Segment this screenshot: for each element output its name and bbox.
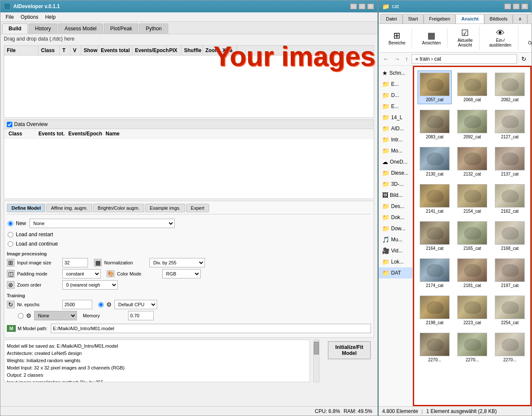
file-item-2132_cat[interactable]: 2132_cat (455, 145, 489, 179)
file-item-2057_cat[interactable]: 2057_cat (418, 70, 452, 104)
tab-history[interactable]: History (29, 23, 57, 34)
menu-options[interactable]: Options (17, 13, 41, 21)
sidebar-item-schnell[interactable]: ★ Schn... (379, 67, 412, 79)
file-item-2154_cat[interactable]: 2154_cat (455, 182, 489, 216)
model-tab-example[interactable]: Example imgs. (145, 204, 185, 212)
sidebar-item-bild[interactable]: 🖼 Bild... (379, 190, 412, 201)
ribbon-btn-aktuelle[interactable]: ☑ AktuelleAnsicht (454, 26, 476, 50)
ribbon-btn-bereiche[interactable]: ⊞ Bereiche (386, 29, 408, 47)
file-item-2270...[interactable]: 2270... (455, 331, 489, 364)
none-select[interactable]: None (34, 311, 77, 320)
menu-file[interactable]: File (2, 13, 17, 21)
menu-help[interactable]: Help (42, 13, 59, 21)
file-item-2127_cat[interactable]: 2127_cat (493, 108, 527, 141)
file-item-2130_cat[interactable]: 2130_cat (418, 145, 452, 179)
sidebar-item-oned[interactable]: ☁ OneD... (379, 156, 412, 167)
cat-maximize-button[interactable]: □ (513, 3, 520, 9)
radio-new[interactable] (8, 221, 13, 226)
sidebar-item-dok[interactable]: 📁 Dok... (379, 212, 412, 223)
sidebar-item-3d[interactable]: 📁 3D-... (379, 179, 412, 190)
dragdrop-area[interactable]: Drag and drop data (.rtdc) here (0, 34, 377, 44)
model-tab-brightn[interactable]: Brightn/Color augm. (93, 204, 144, 212)
file-item-2141_cat[interactable]: 2141_cat (418, 182, 452, 216)
ribbon-btn-optionen[interactable]: ⚙ Optionen (525, 29, 532, 47)
tab-plot-peak[interactable]: Plot/Peak (104, 23, 138, 34)
cat-close-button[interactable]: ✕ (521, 3, 528, 9)
tab-python[interactable]: Python (139, 23, 168, 34)
input-size-value[interactable] (62, 258, 88, 267)
sidebar-item-dat[interactable]: 📁 DAT (379, 267, 412, 278)
model-path-input[interactable] (51, 324, 371, 333)
file-item-2164_cat[interactable]: 2164_cat (418, 219, 452, 253)
file-item-2092_cat[interactable]: 2092_cat (455, 108, 489, 141)
file-item-2198_cat[interactable]: 2198_cat (418, 293, 452, 327)
ribbon-tab-datei[interactable]: Datei (380, 14, 403, 23)
minimize-button[interactable]: ─ (350, 3, 357, 9)
ribbon-tab-start[interactable]: Start (403, 14, 424, 23)
cat-minimize-button[interactable]: ─ (504, 3, 511, 9)
maximize-button[interactable]: □ (359, 3, 365, 9)
summary-scrollbar[interactable] (313, 340, 319, 382)
ribbon-tab-ansicht[interactable]: Ansicht (456, 14, 484, 23)
new-model-select[interactable]: None (29, 219, 175, 228)
initialize-fit-button[interactable]: Initialize/FitModel (328, 341, 371, 359)
sidebar-item-lok[interactable]: 📁 Lok... (379, 256, 412, 267)
file-item-2168_cat[interactable]: 2168_cat (493, 219, 527, 253)
address-path[interactable]: « train › cat (412, 54, 517, 64)
ribbon-help-btn[interactable]: ? (527, 14, 532, 23)
model-tab-affine[interactable]: Affine img. augm. (46, 204, 92, 212)
sidebar-item-3[interactable]: 📁 E... (379, 101, 412, 112)
file-item-2162_cat[interactable]: 2162_cat (493, 182, 527, 216)
radio-memory[interactable] (18, 313, 23, 319)
radio-restart[interactable] (8, 232, 13, 237)
sidebar-item-1[interactable]: 📁 E... (379, 79, 412, 90)
file-item-2165_cat[interactable]: 2165_cat (455, 219, 489, 253)
sidebar-item-dow[interactable]: 📁 Dow... (379, 223, 412, 234)
file-item-2082_cat[interactable]: 2082_cat (493, 70, 527, 104)
file-item-2083_cat[interactable]: 2083_cat (418, 108, 452, 141)
tab-build[interactable]: Build (2, 23, 28, 34)
ribbon-collapse-btn[interactable]: ∧ (513, 14, 527, 23)
tab-assess-model[interactable]: Assess Model (58, 23, 103, 34)
back-button[interactable]: ← (381, 55, 391, 63)
model-tab-define[interactable]: Define Model (7, 204, 45, 212)
file-item-2270...[interactable]: 2270... (493, 331, 527, 364)
color-mode-select[interactable]: RGB (162, 269, 201, 278)
file-item-2174_cat[interactable]: 2174_cat (418, 256, 452, 290)
sidebar-item-diese[interactable]: 📁 Diese... (379, 167, 412, 179)
up-button[interactable]: ↑ (403, 55, 410, 63)
file-item-2197_cat[interactable]: 2197_cat (493, 256, 527, 290)
padding-mode-select[interactable]: constant (62, 269, 101, 278)
forward-button[interactable]: → (392, 55, 402, 63)
data-overview-checkbox[interactable] (7, 122, 12, 127)
file-item-2254_cat[interactable]: 2254_cat (493, 293, 527, 327)
ribbon-tab-bildtools[interactable]: Bildtools (484, 14, 513, 23)
sidebar-item-des[interactable]: 📁 Des... (379, 201, 412, 212)
memory-input[interactable] (128, 311, 154, 320)
file-item-2068_cat[interactable]: 2068_cat (455, 70, 489, 104)
sidebar-item-mu[interactable]: 🎵 Mu... (379, 234, 412, 245)
file-item-2270...[interactable]: 2270... (418, 331, 452, 364)
sidebar-item-2[interactable]: 📁 D... (379, 90, 412, 101)
ribbon-tab-freigeben[interactable]: Freigeben (424, 14, 456, 23)
close-button[interactable]: ✕ (367, 3, 374, 9)
model-tab-expert[interactable]: Expert (186, 204, 209, 212)
file-item-2181_cat[interactable]: 2181_cat (455, 256, 489, 290)
ribbon-btn-einausblenden[interactable]: 👁 Ein-/ausblenden (486, 26, 514, 50)
sidebar-item-aid[interactable]: 📁 AID... (379, 123, 412, 134)
sidebar-item-vid[interactable]: 🎥 Vid... (379, 245, 412, 256)
epochs-input[interactable] (62, 300, 92, 309)
sidebar-item-intr[interactable]: 📁 Intr... (379, 134, 412, 145)
file-thumb-2270... (495, 333, 525, 356)
radio-cpu[interactable] (98, 302, 104, 308)
refresh-button[interactable]: ↻ (519, 55, 529, 63)
cpu-select[interactable]: Default CPU (114, 300, 157, 309)
file-item-2137_cat[interactable]: 2137_cat (493, 145, 527, 179)
radio-continue[interactable] (8, 241, 13, 247)
normalization-select[interactable]: Div. by 255 (149, 258, 205, 267)
file-item-2223_cat[interactable]: 2223_cat (455, 293, 489, 327)
ribbon-btn-ansichten[interactable]: ▦ Ansichten (419, 29, 444, 47)
sidebar-item-mo[interactable]: 📁 Mo... (379, 145, 412, 156)
zoom-order-select[interactable]: 0 (nearest neigh (62, 280, 118, 290)
sidebar-item-14l[interactable]: 📁 14_L (379, 112, 412, 123)
